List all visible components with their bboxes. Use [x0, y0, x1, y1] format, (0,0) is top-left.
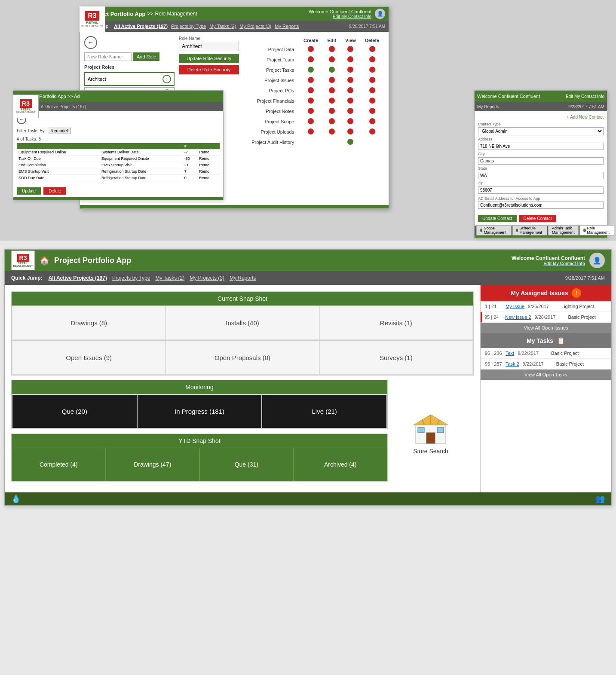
tab-scope-management[interactable]: Scope Management	[476, 225, 512, 235]
table-row: Project Uploads	[246, 127, 383, 137]
view-all-issues-button[interactable]: View All Open Issues	[481, 323, 611, 333]
issue-item-2: 95 | 24 New Issue 2 9/28/2017 Basic Proj…	[481, 312, 611, 323]
delete-button[interactable]: Delete	[43, 187, 66, 195]
issue-id: 95 | 24	[484, 315, 502, 320]
contact-edit-link[interactable]: Edit My Contact Info	[566, 94, 604, 99]
update-role-security-button[interactable]: Update Role Security	[179, 54, 239, 63]
role-item-architect[interactable]: Architect ›	[84, 72, 175, 86]
list-item: SOD Due DateRefrigeration Startup Date0R…	[17, 175, 220, 181]
list-item: End CompletionEMS Startup Visit21Remo	[17, 162, 220, 168]
completed-cell[interactable]: Completed (4)	[12, 448, 106, 481]
task-item-2: 95 | 287 Task 2 9/22/2017 Basic Project	[481, 359, 611, 370]
state-input[interactable]	[478, 172, 604, 179]
my-tasks-title: My Tasks	[527, 337, 553, 344]
r3-retail-text: RETAIL	[21, 108, 31, 111]
issue-link[interactable]: New Issue 2	[505, 315, 531, 320]
contact-actions: Update Contact Delete Contact	[478, 215, 604, 222]
issue-link[interactable]: My Issue	[506, 304, 524, 309]
perm-dot	[329, 128, 335, 134]
city-label: City	[478, 152, 604, 156]
view-all-tasks-button[interactable]: View All Open Tasks	[481, 370, 611, 380]
window-footer	[80, 205, 389, 208]
water-drop-icon: 💧	[11, 494, 21, 504]
role-arrow: ›	[162, 75, 171, 83]
task-link[interactable]: Task 2	[506, 361, 519, 367]
open-proposals-cell[interactable]: Open Proposals (0)	[165, 341, 319, 375]
back-button[interactable]: ←	[84, 36, 97, 49]
delete-contact-button[interactable]: Delete Contact	[519, 215, 556, 222]
assigned-issues-header: My Assigned Issues !	[481, 285, 611, 301]
add-role-button[interactable]: Add Role	[133, 52, 159, 61]
que-cell[interactable]: Que (20)	[12, 394, 137, 428]
task-item-1: 95 | 286 Text 9/22/2017 Basic Project	[481, 348, 611, 359]
perm-dot	[347, 56, 353, 62]
revisits-cell[interactable]: Revisits (1)	[319, 306, 473, 340]
perm-dot	[308, 118, 314, 124]
email-input[interactable]	[478, 202, 604, 209]
my-tasks-list: 95 | 286 Text 9/22/2017 Basic Project 95…	[481, 348, 611, 370]
dash-nav-by-type[interactable]: Projects by Type	[112, 275, 150, 281]
perm-dot	[347, 87, 353, 93]
task-id: 95 | 286	[485, 351, 502, 356]
perm-dot	[308, 67, 314, 73]
dash-nav-projects[interactable]: My Projects (3)	[190, 275, 224, 281]
table-row: Project Tasks	[246, 65, 383, 75]
tasks-navbar: Quick Jump: All Active Projects (197)	[13, 102, 223, 111]
r3-main-logo-text: R3	[85, 11, 99, 21]
update-button[interactable]: Update	[17, 187, 41, 195]
filter-button[interactable]: Remodel	[48, 128, 71, 134]
task-date: 9/22/2017	[523, 361, 553, 367]
add-contact-button[interactable]: + Add New Contact	[478, 115, 604, 119]
delete-role-security-button[interactable]: Delete Role Security	[179, 65, 239, 74]
nav-my-tasks[interactable]: My Tasks (2)	[209, 24, 236, 29]
contact-navbar: My Reports 9/28/2017 7:51 AM	[475, 102, 607, 111]
nav-all-projects[interactable]: All Active Projects (197)	[114, 24, 168, 29]
drawings-ytd-cell[interactable]: Drawings (47)	[106, 448, 200, 481]
snap-shot-grid-top: Drawings (8) Installs (40) Revisits (1)	[12, 305, 473, 340]
main-dashboard: R3 RETAIL DEVELOPMENT 🏠 Project Portfoli…	[4, 249, 612, 506]
list-item: Task Off DueEquipment Required Onsite-50…	[17, 156, 220, 162]
dashboard-right: My Assigned Issues ! 1 | 21 My Issue 9/2…	[480, 285, 611, 492]
perm-dot	[329, 108, 335, 114]
edit-contact-link[interactable]: Edit My Contact Info	[309, 14, 371, 19]
perm-dot	[369, 46, 375, 52]
col-header-edit: Edit	[323, 37, 340, 44]
drawings-cell[interactable]: Drawings (8)	[12, 306, 165, 340]
tab-admin-task[interactable]: Admin Task Management	[548, 225, 579, 235]
dashboard-left: Current Snap Shot Drawings (8) Installs …	[5, 285, 480, 492]
zip-input[interactable]	[478, 186, 604, 194]
issue-project: Basic Project	[568, 315, 596, 320]
live-cell[interactable]: Live (21)	[262, 394, 387, 428]
update-contact-button[interactable]: Update Contact	[478, 215, 517, 222]
in-progress-cell[interactable]: In Progress (181)	[137, 394, 262, 428]
dashboard-edit-contact[interactable]: Edit My Contact Info	[512, 261, 585, 266]
nav-projects-by-type[interactable]: Projects by Type	[171, 24, 206, 29]
installs-cell[interactable]: Installs (40)	[165, 306, 319, 340]
nav-my-reports[interactable]: My Reports	[275, 24, 299, 29]
new-role-input[interactable]	[84, 52, 132, 61]
tab-role-management[interactable]: Role Management	[579, 225, 615, 235]
list-item: Equipment Required OnlineSystems Deliver…	[17, 149, 220, 156]
dashboard-user-avatar: 👤	[589, 253, 605, 268]
city-input[interactable]	[478, 157, 604, 165]
perm-dot	[308, 56, 314, 62]
task-link[interactable]: Text	[506, 351, 514, 356]
archived-cell[interactable]: Archived (4)	[294, 448, 388, 481]
tab-schedule-management[interactable]: Schedule Management	[512, 225, 548, 235]
perm-dot	[369, 77, 375, 83]
nav-my-projects[interactable]: My Projects (3)	[239, 24, 271, 29]
bottom-tabs: Scope Management Schedule Management Adm…	[475, 226, 607, 235]
contact-type-select[interactable]: Global Admin	[478, 127, 604, 135]
home-icon-main: 🏠	[39, 255, 50, 266]
dash-nav-all[interactable]: All Active Projects (197)	[49, 275, 107, 281]
perm-dot	[347, 139, 353, 145]
que-ytd-cell[interactable]: Que (31)	[199, 448, 294, 481]
store-search-widget[interactable]: Store Search	[388, 380, 474, 486]
ytd-section: YTD Snap Shot Completed (4) Drawings (47…	[11, 434, 388, 482]
surveys-cell[interactable]: Surveys (1)	[319, 341, 473, 375]
zip-label: Zip	[478, 181, 604, 185]
dash-nav-reports[interactable]: My Reports	[230, 275, 256, 281]
address-input[interactable]	[478, 143, 604, 150]
dash-nav-tasks[interactable]: My Tasks (2)	[155, 275, 184, 281]
open-issues-cell[interactable]: Open Issues (9)	[12, 341, 165, 375]
